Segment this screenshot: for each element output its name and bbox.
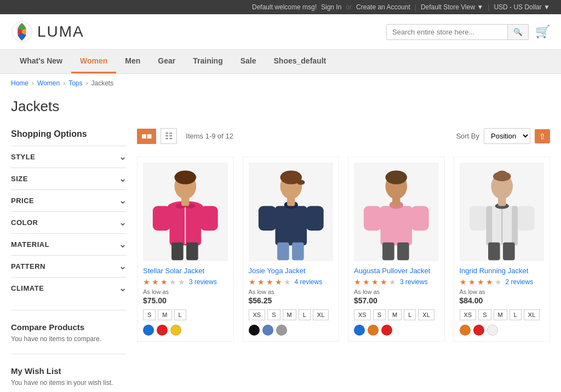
breadcrumb-current: Jackets xyxy=(91,79,114,87)
filter-color[interactable]: COLOR ⌄ xyxy=(11,211,126,233)
svg-rect-20 xyxy=(277,243,289,260)
nav-sale[interactable]: Sale xyxy=(232,50,265,73)
product-area: ■■ ☷ Items 1-9 of 12 Sort By Position Na… xyxy=(137,124,550,387)
nav-women[interactable]: Women xyxy=(71,50,116,73)
sep2: | xyxy=(415,3,416,11)
search-input[interactable] xyxy=(387,25,507,39)
currency-link[interactable]: USD - US Dollar ▼ xyxy=(494,3,550,11)
product-name[interactable]: Ingrid Running Jacket xyxy=(460,267,545,275)
color-swatch[interactable] xyxy=(487,325,498,336)
search-button[interactable]: 🔍 xyxy=(507,25,528,39)
sort-select[interactable]: Position Name Price xyxy=(484,128,530,144)
wishlist-section: My Wish List You have no items in your w… xyxy=(11,354,126,387)
reviews-link[interactable]: 2 reviews xyxy=(506,278,534,286)
size-xs[interactable]: XS xyxy=(460,309,477,320)
nav-shoes[interactable]: Shoes_default xyxy=(265,50,335,73)
nav-training[interactable]: Training xyxy=(184,50,231,73)
product-card: Ingrid Running Jacket ★ ★ ★ ★ ★ 2 review… xyxy=(454,157,551,342)
size-s[interactable]: S xyxy=(267,309,280,320)
size-xl[interactable]: XL xyxy=(524,309,540,320)
cart-icon[interactable]: 🛒 xyxy=(535,25,550,39)
color-swatch[interactable] xyxy=(143,325,154,336)
nav-men[interactable]: Men xyxy=(116,50,149,73)
color-swatch[interactable] xyxy=(262,325,273,336)
filter-material[interactable]: MATERIAL ⌄ xyxy=(11,233,126,255)
filter-size[interactable]: SIZE ⌄ xyxy=(11,168,126,189)
product-rating: ★ ★ ★ ★ ★ 2 reviews xyxy=(460,278,545,286)
svg-rect-29 xyxy=(364,206,381,230)
svg-point-34 xyxy=(385,170,407,184)
breadcrumb-women[interactable]: Women xyxy=(37,79,60,87)
compare-empty: You have no items to compare. xyxy=(11,335,126,343)
sort-direction-button[interactable]: ⇧ xyxy=(535,129,550,143)
color-swatch[interactable] xyxy=(473,325,484,336)
product-name[interactable]: Josie Yoga Jacket xyxy=(249,267,334,275)
star-icon: ★ xyxy=(477,278,484,286)
color-swatch[interactable] xyxy=(368,325,379,336)
size-m[interactable]: M xyxy=(283,309,296,320)
wishlist-heading: My Wish List xyxy=(11,366,126,376)
filter-pattern[interactable]: PATTERN ⌄ xyxy=(11,255,126,277)
color-swatch[interactable] xyxy=(381,325,392,336)
nav-gear[interactable]: Gear xyxy=(149,50,184,73)
breadcrumb-home[interactable]: Home xyxy=(11,79,28,87)
products-grid: Stellar Solar Jacket ★ ★ ★ ★ ★ 3 reviews… xyxy=(137,157,550,342)
grid-view-button[interactable]: ■■ xyxy=(137,129,156,144)
color-swatch[interactable] xyxy=(460,325,471,336)
reviews-link[interactable]: 4 reviews xyxy=(295,278,323,286)
color-swatch[interactable] xyxy=(157,325,168,336)
logo-text: LUMA xyxy=(37,23,84,41)
header-right: 🔍 🛒 xyxy=(386,24,550,40)
list-view-button[interactable]: ☷ xyxy=(161,128,177,144)
product-name[interactable]: Augusta Pullover Jacket xyxy=(354,267,439,275)
color-swatch[interactable] xyxy=(170,325,181,336)
header: LUMA 🔍 🛒 xyxy=(0,14,561,50)
filter-price[interactable]: PRICE ⌄ xyxy=(11,189,126,211)
size-s[interactable]: S xyxy=(143,309,156,320)
reviews-link[interactable]: 3 reviews xyxy=(189,278,217,286)
filter-climate[interactable]: CLIMATE ⌄ xyxy=(11,277,126,299)
product-image xyxy=(249,163,334,261)
size-xs[interactable]: XS xyxy=(354,309,371,320)
breadcrumb-tops[interactable]: Tops xyxy=(68,79,82,87)
size-m[interactable]: M xyxy=(388,309,402,320)
color-swatch[interactable] xyxy=(276,325,287,336)
color-swatch[interactable] xyxy=(249,325,260,336)
reviews-link[interactable]: 3 reviews xyxy=(400,278,428,286)
sidebar-heading: Shopping Options xyxy=(11,129,126,139)
wishlist-empty: You have no items in your wish list. xyxy=(11,379,126,387)
size-s[interactable]: S xyxy=(373,309,386,320)
size-l[interactable]: L xyxy=(174,309,186,320)
store-view-link[interactable]: Default Store View ▼ xyxy=(421,3,483,11)
star-icon: ★ xyxy=(284,278,291,286)
chevron-down-icon: ⌄ xyxy=(119,152,127,162)
size-m[interactable]: M xyxy=(494,309,507,320)
size-l[interactable]: L xyxy=(510,309,522,320)
toolbar-right: Sort By Position Name Price ⇧ xyxy=(456,128,550,144)
color-swatch[interactable] xyxy=(354,325,365,336)
svg-rect-32 xyxy=(397,243,409,260)
signin-link[interactable]: Sign In xyxy=(321,3,341,11)
nav-whats-new[interactable]: What's New xyxy=(11,50,71,73)
size-l[interactable]: L xyxy=(299,309,311,320)
size-l[interactable]: L xyxy=(404,309,416,320)
product-name[interactable]: Stellar Solar Jacket xyxy=(143,267,228,275)
star-icon: ★ xyxy=(152,278,159,286)
color-options xyxy=(354,325,439,336)
size-xs[interactable]: XS xyxy=(249,309,266,320)
svg-point-24 xyxy=(297,180,305,185)
logo[interactable]: LUMA xyxy=(11,21,84,43)
product-card: Stellar Solar Jacket ★ ★ ★ ★ ★ 3 reviews… xyxy=(137,157,234,342)
filter-style[interactable]: STYLE ⌄ xyxy=(11,146,126,168)
size-xl[interactable]: XL xyxy=(313,309,329,320)
breadcrumb: Home › Women › Tops › Jackets xyxy=(0,74,561,93)
size-m[interactable]: M xyxy=(158,309,171,320)
size-s[interactable]: S xyxy=(478,309,491,320)
product-card: Augusta Pullover Jacket ★ ★ ★ ★ ★ 3 revi… xyxy=(348,157,445,342)
svg-rect-30 xyxy=(411,206,428,230)
star-icon: ★ xyxy=(169,278,176,286)
svg-rect-8 xyxy=(153,206,170,230)
product-rating: ★ ★ ★ ★ ★ 4 reviews xyxy=(249,278,334,286)
size-xl[interactable]: XL xyxy=(418,309,434,320)
create-account-link[interactable]: Create an Account xyxy=(356,3,410,11)
